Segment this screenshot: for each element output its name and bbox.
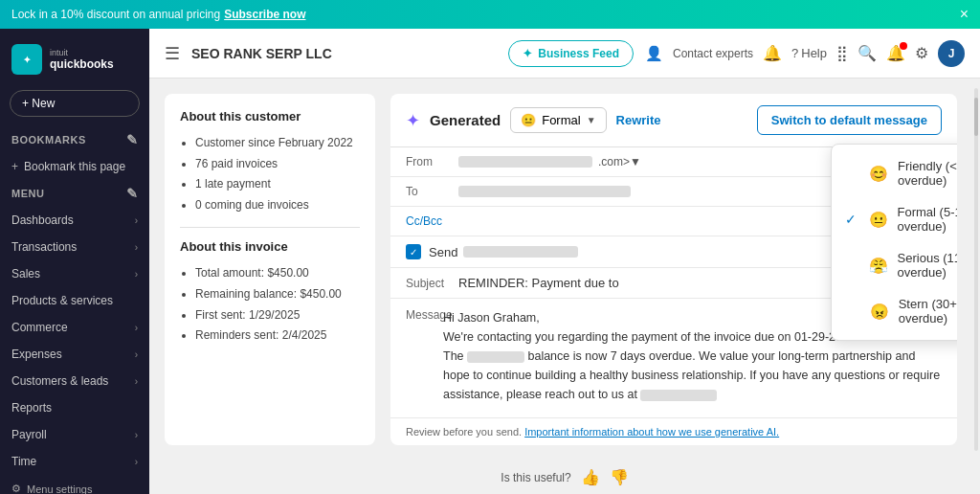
grid-icon[interactable]: ⣿ — [836, 44, 848, 62]
stern-emoji: 😠 — [870, 303, 889, 321]
new-button-label: + New — [22, 97, 55, 110]
top-nav: ☰ SEO RANK SERP LLC ✦ Business Feed 👤 Co… — [149, 29, 980, 79]
list-item: First sent: 1/29/2025 — [195, 305, 360, 326]
question-icon: ? — [791, 46, 798, 60]
sidebar-item-bookmark-page[interactable]: + Bookmark this page — [0, 153, 149, 180]
generated-label: Generated — [430, 112, 501, 128]
sidebar-item-products[interactable]: Products & services — [0, 287, 149, 314]
sidebar-item-reports[interactable]: Reports — [0, 394, 149, 421]
chevron-right-icon: › — [135, 457, 138, 467]
chevron-right-icon: › — [135, 376, 138, 387]
compose-footer: Review before you send. Important inform… — [390, 417, 957, 445]
serious-emoji: 😤 — [869, 257, 888, 275]
bell-icon[interactable]: 🔔 — [763, 44, 782, 62]
friendly-emoji: 😊 — [869, 165, 888, 183]
sidebar: ✦ intuit quickbooks + New BOOKMARKS ✎ + … — [0, 29, 149, 494]
new-button[interactable]: + New — [10, 90, 140, 117]
send-details-blurred — [463, 246, 578, 258]
switch-default-message-button[interactable]: Switch to default message — [757, 105, 942, 135]
to-label: To — [406, 185, 458, 198]
sidebar-item-commerce[interactable]: Commerce › — [0, 314, 149, 341]
tone-option-formal[interactable]: ✓ 😐 Formal (5-10 days overdue) — [832, 196, 957, 242]
sidebar-item-dashboards[interactable]: Dashboards › — [0, 207, 149, 234]
contact-expert-icon: 👤 — [645, 45, 663, 62]
main-panel: About this customer Customer since Febru… — [149, 79, 980, 460]
thumbs-down-button[interactable]: 👎 — [610, 468, 629, 486]
gear-icon: ⚙ — [11, 483, 21, 494]
business-feed-button[interactable]: ✦ Business Feed — [508, 40, 634, 67]
company-blurred — [467, 351, 524, 363]
list-item: 0 coming due invoices — [195, 195, 360, 216]
banner-close-button[interactable]: × — [960, 6, 969, 23]
sidebar-item-payroll[interactable]: Payroll › — [0, 421, 149, 448]
useful-text: Is this useful? — [501, 471, 570, 484]
check-icon: ✓ — [845, 212, 859, 227]
bookmarks-edit-icon[interactable]: ✎ — [126, 132, 139, 147]
bookmark-page-label: Bookmark this page — [24, 160, 138, 173]
menu-settings[interactable]: ⚙ Menu settings — [0, 475, 149, 494]
logo-text: intuit quickbooks — [50, 48, 114, 71]
sidebar-logo: ✦ intuit quickbooks — [0, 29, 149, 90]
about-customer-title: About this customer — [180, 109, 360, 124]
search-icon[interactable]: 🔍 — [858, 44, 877, 62]
tone-dropdown[interactable]: 😐 Formal ▼ — [510, 107, 606, 133]
business-feed-label: Business Feed — [538, 47, 619, 60]
message-body-2: The balance is now 7 days overdue. We va… — [443, 347, 942, 404]
compose-header: ✦ Generated 😐 Formal ▼ Rewrite Switch to… — [390, 94, 957, 147]
tone-friendly-label: Friendly (<5 days overdue) — [898, 159, 957, 188]
send-label: Send — [429, 245, 457, 259]
banner-subscribe-link[interactable]: Subscribe now — [224, 8, 305, 21]
notification-badge — [900, 42, 907, 50]
avatar[interactable]: J — [938, 40, 965, 67]
sidebar-item-customers[interactable]: Customers & leads › — [0, 368, 149, 394]
card-divider — [180, 227, 360, 228]
list-item: Customer since February 2022 — [195, 133, 360, 154]
thumbs-up-button[interactable]: 👍 — [581, 468, 600, 486]
settings-icon[interactable]: ⚙ — [915, 44, 928, 62]
banner-text: Lock in a 10% discount on annual pricing — [11, 8, 220, 21]
logo-quickbooks: quickbooks — [50, 57, 114, 71]
compose-area: ✦ Generated 😐 Formal ▼ Rewrite Switch to… — [390, 94, 957, 445]
send-checkbox[interactable]: ✓ — [406, 244, 421, 259]
bookmarks-section-header: BOOKMARKS ✎ — [0, 126, 149, 153]
from-chevron-icon[interactable]: ▼ — [630, 155, 641, 168]
chevron-right-icon: › — [135, 269, 138, 280]
sidebar-item-sales[interactable]: Sales › — [0, 260, 149, 287]
customer-card: About this customer Customer since Febru… — [165, 94, 375, 445]
tone-selected-label: Formal — [542, 113, 580, 127]
tone-serious-label: Serious (11+ days overdue) — [898, 251, 957, 280]
message-label: Message — [390, 299, 443, 417]
ai-info-link[interactable]: Important information about how we use g… — [524, 426, 779, 438]
contact-experts-label[interactable]: Contact experts — [673, 47, 753, 60]
useful-bar: Is this useful? 👍 👎 — [149, 460, 980, 494]
cc-bcc-label[interactable]: Cc/Bcc — [406, 214, 442, 228]
sidebar-item-expenses[interactable]: Expenses › — [0, 341, 149, 368]
chevron-right-icon: › — [135, 323, 138, 333]
invoice-details-list: Total amount: $450.00 Remaining balance:… — [180, 263, 360, 346]
scroll-thumb[interactable] — [974, 98, 978, 136]
tone-option-friendly[interactable]: 😊 Friendly (<5 days overdue) — [832, 150, 957, 196]
top-banner: Lock in a 10% discount on annual pricing… — [0, 0, 980, 29]
list-item: Reminders sent: 2/4/2025 — [195, 326, 360, 347]
right-scrollbar — [972, 79, 980, 460]
list-item: 1 late payment — [195, 174, 360, 195]
tone-option-stern[interactable]: 😠 Stern (30+ days overdue) — [832, 288, 957, 334]
scroll-track — [974, 88, 978, 451]
help-group[interactable]: ? Help — [791, 46, 827, 60]
feed-icon: ✦ — [523, 47, 532, 60]
menu-settings-label: Menu settings — [27, 483, 92, 495]
chevron-right-icon: › — [135, 242, 138, 253]
chevron-right-icon: › — [135, 430, 138, 440]
help-label: Help — [801, 46, 827, 60]
tone-option-serious[interactable]: 😤 Serious (11+ days overdue) — [832, 242, 957, 288]
logo-icon: ✦ — [11, 44, 42, 75]
from-address-blurred — [458, 156, 592, 168]
hamburger-icon[interactable]: ☰ — [165, 43, 180, 64]
sidebar-item-time[interactable]: Time › — [0, 448, 149, 475]
menu-edit-icon[interactable]: ✎ — [126, 186, 139, 201]
list-item: Total amount: $450.00 — [195, 263, 360, 284]
tone-menu: 😊 Friendly (<5 days overdue) ✓ 😐 Formal … — [831, 144, 957, 341]
notification-icon[interactable]: 🔔 — [886, 44, 905, 62]
sidebar-item-transactions[interactable]: Transactions › — [0, 234, 149, 260]
rewrite-button[interactable]: Rewrite — [616, 113, 661, 127]
